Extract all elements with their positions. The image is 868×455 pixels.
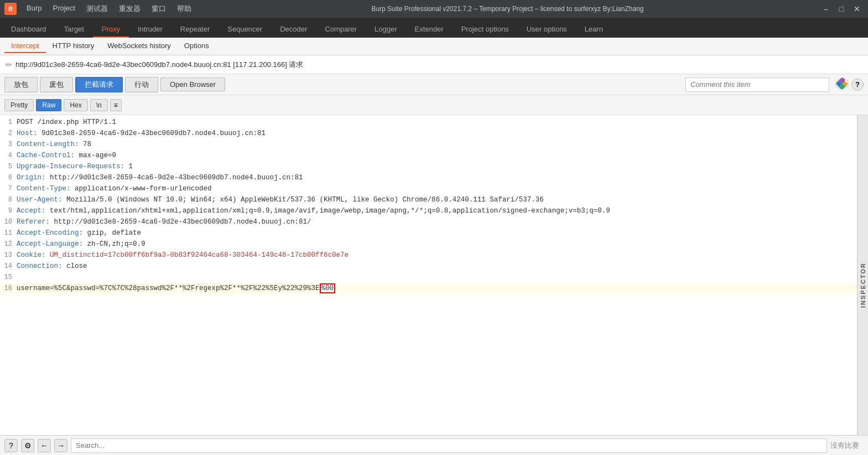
tab-intruder[interactable]: Intruder [129,22,171,38]
open-browser-button[interactable]: Open Browser [160,77,225,91]
minimize-button[interactable]: – [819,2,833,15]
code-line-16: 16 username=%5C&passwd=%7C%7C%28passwd%2… [0,283,857,294]
editor-inspector-container: 1 POST /index.php HTTP/1.1 2 Host: 9d01c… [0,115,868,455]
tab-project-options[interactable]: Project options [453,22,518,38]
help-icon-button[interactable]: ? [4,439,18,452]
code-line-4: 4 Cache-Control: max-age=0 [0,151,857,162]
settings-icon-button[interactable]: ⚙ [21,439,34,452]
subtab-options[interactable]: Options [178,39,216,53]
code-line-1: 1 POST /index.php HTTP/1.1 [0,117,857,128]
menu-items: Burp Project 测试器 重发器 窗口 帮助 [22,3,196,15]
inspector-label: INSPECTOR [860,262,866,308]
url-bar: ✏ http://9d01c3e8-2659-4ca6-9d2e-43bec06… [0,55,868,74]
format-tab-hex[interactable]: Hex [64,99,87,111]
code-line-13: 13 Cookie: UM_distinctid=17cb00ff6bf9a3-… [0,250,857,261]
fei-button[interactable]: 废包 [40,77,73,92]
tab-dashboard[interactable]: Dashboard [2,22,55,38]
format-tab-pretty[interactable]: Pretty [4,99,34,111]
menu-help[interactable]: 帮助 [173,3,196,15]
title-bar: B Burp Project 测试器 重发器 窗口 帮助 Burp Suite … [0,0,868,18]
menu-resend[interactable]: 重发器 [115,3,145,15]
colorful-icon[interactable] [835,76,849,92]
format-tab-raw[interactable]: Raw [36,99,61,111]
fang-button[interactable]: 放包 [4,77,38,92]
close-button[interactable]: ✕ [850,2,864,15]
subtab-websockets-history[interactable]: WebSockets history [101,39,178,53]
code-line-3: 3 Content-Length: 78 [0,139,857,151]
maximize-button[interactable]: □ [835,2,848,15]
format-tab-newline[interactable]: \n [90,99,108,111]
code-line-14: 14 Connection: close [0,261,857,272]
code-line-6: 6 Origin: http://9d01c3e8-2659-4ca6-9d2e… [0,173,857,184]
toolbar: 放包 废包 拦截请求 行动 Open Browser ? [0,74,868,95]
tab-extender[interactable]: Extender [406,22,453,38]
back-button[interactable]: ← [38,439,51,452]
burp-colorful-icon [835,76,849,91]
burp-logo: B [4,3,17,15]
code-line-15: 15 [0,272,857,283]
tab-decoder[interactable]: Decoder [271,22,316,38]
edit-icon: ✏ [6,60,12,69]
tab-learn[interactable]: Learn [576,22,612,38]
forward-button[interactable]: → [54,439,67,452]
tab-comparer[interactable]: Comparer [316,22,366,38]
app-title: Burp Suite Professional v2021.7.2 – Temp… [196,5,819,13]
code-line-2: 2 Host: 9d01c3e8-2659-4ca6-9d2e-43bec060… [0,128,857,139]
format-tabs: Pretty Raw Hex \n ≡ [0,95,868,115]
code-line-11: 11 Accept-Encoding: gzip, deflate [0,228,857,239]
code-line-10: 10 Referer: http://9d01c3e8-2659-4ca6-9d… [0,217,857,228]
action-button[interactable]: 行动 [125,77,158,92]
menu-project[interactable]: Project [48,3,79,15]
code-editor[interactable]: 1 POST /index.php HTTP/1.1 2 Host: 9d01c… [0,115,857,455]
tab-logger[interactable]: Logger [366,22,406,38]
comment-input[interactable] [685,77,829,92]
subtab-intercept[interactable]: Intercept [4,39,46,53]
help-button[interactable]: ? [851,79,864,91]
format-menu-button[interactable]: ≡ [110,99,122,111]
inspector-panel[interactable]: INSPECTOR [857,115,868,455]
tab-repeater[interactable]: Repeater [171,22,219,38]
code-line-7: 7 Content-Type: application/x-www-form-u… [0,184,857,195]
search-input[interactable] [71,438,827,453]
main-content: Intercept HTTP history WebSockets histor… [0,38,868,455]
subtab-http-history[interactable]: HTTP history [46,39,101,53]
tab-proxy[interactable]: Proxy [93,22,129,38]
intercept-button[interactable]: 拦截请求 [75,77,123,92]
no-match-text: 没有比赛 [830,441,859,451]
menu-burp[interactable]: Burp [22,3,46,15]
code-line-8: 8 User-Agent: Mozilla/5.0 (Windows NT 10… [0,195,857,206]
menu-window[interactable]: 窗口 [147,3,170,15]
code-line-9: 9 Accept: text/html,application/xhtml+xm… [0,206,857,217]
bottom-bar: ? ⚙ ← → 没有比赛 [0,435,868,455]
url-text: http://9d01c3e8-2659-4ca6-9d2e-43bec0609… [15,60,303,70]
tab-user-options[interactable]: User options [518,22,576,38]
main-nav: Dashboard Target Proxy Intruder Repeater… [0,18,868,38]
tab-sequencer[interactable]: Sequencer [219,22,271,38]
code-line-5: 5 Upgrade-Insecure-Requests: 1 [0,162,857,173]
window-controls: – □ ✕ [819,2,864,15]
tab-target[interactable]: Target [55,22,93,38]
sub-nav: Intercept HTTP history WebSockets histor… [0,38,868,55]
code-line-12: 12 Accept-Language: zh-CN,zh;q=0.9 [0,239,857,250]
menu-test[interactable]: 测试器 [82,3,112,15]
